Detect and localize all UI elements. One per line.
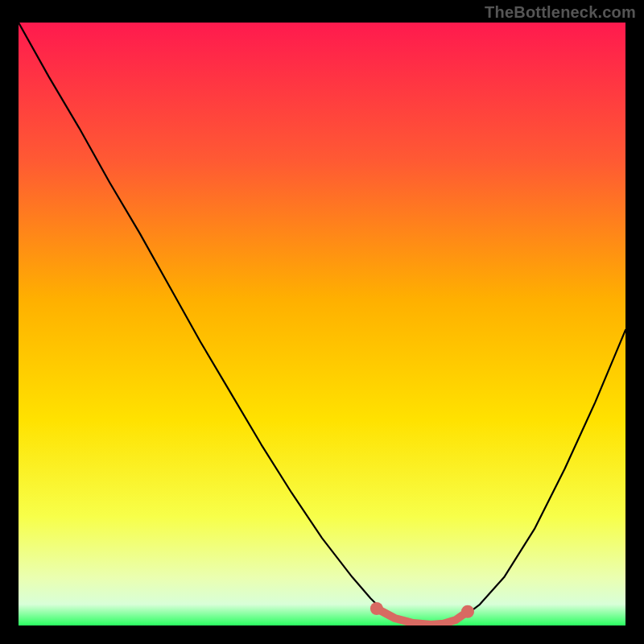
chart-svg xyxy=(19,23,625,625)
plot-area xyxy=(19,23,625,625)
highlight-dot xyxy=(370,602,383,615)
watermark-text: TheBottleneck.com xyxy=(485,3,636,22)
highlight-dot xyxy=(461,605,474,618)
chart-container: TheBottleneck.com xyxy=(0,0,644,644)
gradient-background xyxy=(19,23,625,625)
